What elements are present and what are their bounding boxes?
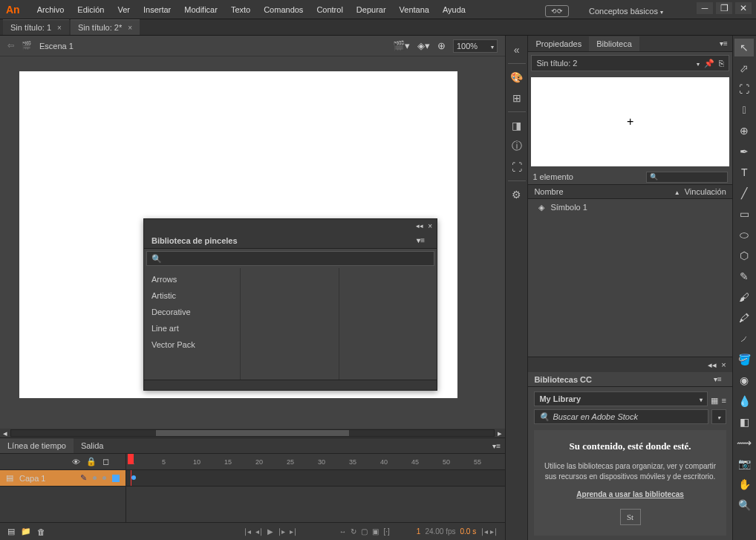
layer-name[interactable]: Capa 1 — [19, 474, 45, 483]
search-dropdown[interactable] — [711, 409, 726, 424]
eyedropper-tool[interactable]: 💧 — [734, 392, 754, 410]
zoom-dropdown[interactable]: 100% — [453, 39, 498, 53]
last-frame-icon[interactable]: ▸∣ — [290, 527, 297, 536]
visibility-icon[interactable]: 👁 — [72, 458, 80, 466]
library-item[interactable]: ◈ Símbolo 1 — [528, 199, 731, 215]
line-tool[interactable]: ╱ — [734, 184, 754, 202]
bucket-tool[interactable]: 🪣 — [734, 351, 754, 368]
transform-icon[interactable]: ⛶ — [507, 157, 527, 177]
paint-brush-tool[interactable]: 🖍 — [734, 309, 754, 327]
menu-control[interactable]: Control — [310, 2, 349, 17]
outline-icon[interactable]: ◻ — [102, 457, 109, 466]
close-button[interactable]: ✕ — [735, 2, 752, 14]
cc-title-label[interactable]: Bibliotecas CC — [534, 375, 592, 384]
selection-tool[interactable]: ↖ — [734, 39, 754, 56]
close-icon[interactable]: × — [128, 24, 132, 32]
cc-library-dropdown[interactable]: My Library — [534, 391, 708, 406]
pencil-tool[interactable]: ✎ — [734, 267, 754, 285]
free-transform-tool[interactable]: ⛶ — [734, 80, 754, 98]
width-tool[interactable]: ⟿ — [734, 434, 754, 452]
polystar-tool[interactable]: ⬡ — [734, 247, 754, 264]
lasso-tool[interactable]: 𓆩 — [734, 101, 754, 119]
bone-tool[interactable]: ⟋ — [734, 330, 754, 348]
scene-label[interactable]: Escena 1 — [39, 42, 74, 51]
maximize-button[interactable]: ❐ — [716, 2, 732, 14]
brush-category[interactable]: Arrows — [144, 271, 240, 287]
components-icon[interactable]: ⚙ — [507, 185, 527, 204]
zoom-tool[interactable]: 🔍 — [734, 496, 754, 514]
prev-frame-icon[interactable]: ◂∣ — [255, 527, 263, 536]
oval-tool[interactable]: ⬭ — [734, 226, 754, 244]
swatches-icon[interactable]: 🎨 — [507, 68, 527, 87]
tab-timeline[interactable]: Línea de tiempo — [0, 438, 74, 453]
menu-help[interactable]: Ayuda — [436, 2, 472, 17]
menu-debug[interactable]: Depurar — [350, 2, 393, 17]
back-icon[interactable] — [7, 41, 14, 51]
tab-library[interactable]: Biblioteca — [589, 36, 639, 51]
library-doc-dropdown[interactable]: Sin título: 2 📌 ⎘ — [531, 55, 729, 71]
rectangle-tool[interactable]: ▭ — [734, 205, 754, 223]
center-stage-icon[interactable]: ⊕ — [437, 40, 446, 51]
menu-commands[interactable]: Comandos — [257, 2, 310, 17]
brush-category[interactable]: Line art — [144, 320, 240, 336]
menu-view[interactable]: Ver — [111, 2, 137, 17]
edit-scene-icon[interactable]: 🎬▾ — [393, 40, 410, 51]
new-layer-icon[interactable]: ▤ — [7, 527, 15, 536]
tab-output[interactable]: Salida — [74, 438, 111, 453]
panel-options-icon[interactable]: ▾≡ — [488, 442, 505, 450]
cc-learn-link[interactable]: Aprenda a usar las bibliotecas — [576, 490, 684, 498]
expand-icon[interactable]: « — [507, 40, 527, 59]
menu-insert[interactable]: Insertar — [137, 2, 177, 17]
scroll-frame-icon[interactable]: ∣◂ ▸∣ — [480, 527, 498, 536]
time-value[interactable]: 0.0 s — [460, 527, 477, 536]
frame-ruler[interactable]: 1 5 10 15 20 25 30 35 40 45 50 55 — [126, 454, 505, 470]
3d-rotation-tool[interactable]: ⊕ — [734, 122, 754, 140]
close-icon[interactable]: × — [57, 24, 62, 32]
text-tool[interactable]: T — [734, 163, 754, 181]
hand-tool[interactable]: ✋ — [734, 475, 754, 493]
library-search[interactable]: 🔍 — [646, 172, 728, 183]
brush-category[interactable]: Vector Pack — [144, 336, 240, 353]
keyframe[interactable] — [131, 475, 136, 480]
play-icon[interactable]: ▶ — [267, 527, 273, 536]
pen-tool[interactable]: ✒ — [734, 143, 754, 160]
edit-symbol-icon[interactable]: ◈▾ — [417, 40, 430, 51]
lock-toggle[interactable] — [102, 476, 106, 480]
brush-panel-resize[interactable] — [144, 380, 437, 390]
brush-category[interactable]: Artistic — [144, 287, 240, 304]
minimize-button[interactable]: ─ — [697, 2, 713, 14]
ink-bottle-tool[interactable]: ◉ — [734, 371, 754, 389]
menu-text[interactable]: Texto — [224, 2, 257, 17]
subselection-tool[interactable]: ⬀ — [734, 59, 754, 77]
loop-icon[interactable]: ↻ — [351, 527, 356, 536]
panel-options-icon[interactable]: ▾≡ — [715, 39, 732, 48]
doc-tab-1[interactable]: Sin título: 1× — [3, 19, 69, 35]
horizontal-scrollbar[interactable]: ◂▸ — [0, 429, 505, 437]
vis-toggle[interactable] — [93, 476, 97, 480]
align-icon[interactable]: ⊞ — [507, 88, 527, 108]
workspace-dropdown[interactable]: Conceptos básicos — [582, 4, 674, 19]
camera-tool[interactable]: 📷 — [734, 455, 754, 472]
col-name[interactable]: Nombre — [534, 187, 563, 196]
brush-search-input[interactable]: 🔍 — [146, 251, 434, 266]
outline-color[interactable] — [112, 475, 120, 482]
onion-skin-icon[interactable]: ▢ — [361, 527, 368, 536]
delete-layer-icon[interactable]: 🗑 — [37, 527, 45, 536]
current-frame[interactable]: 1 — [417, 527, 421, 536]
menu-edit[interactable]: Edición — [71, 2, 111, 17]
center-frame-icon[interactable]: ↔ — [339, 527, 346, 536]
tab-properties[interactable]: Propiedades — [528, 36, 589, 51]
menu-modify[interactable]: Modificar — [177, 2, 224, 17]
panel-options-icon[interactable]: ▾≡ — [709, 375, 726, 383]
close-icon[interactable]: × — [428, 222, 432, 230]
col-link[interactable]: Vinculación — [685, 187, 726, 196]
brush-category[interactable]: Decorative — [144, 304, 240, 320]
brush-panel-header[interactable]: ◂◂ × — [144, 219, 437, 232]
cc-search-input[interactable]: 🔍Buscar en Adobe Stock — [534, 409, 708, 424]
collapse-icon[interactable]: ◂◂ — [416, 222, 423, 230]
onion-outline-icon[interactable]: ▣ — [372, 527, 379, 536]
panel-options-icon[interactable]: ▾≡ — [412, 236, 429, 244]
color-icon[interactable]: ◨ — [507, 116, 527, 135]
doc-tab-2[interactable]: Sin título: 2*× — [71, 19, 140, 35]
grid-view-icon[interactable]: ▦ — [711, 396, 718, 406]
